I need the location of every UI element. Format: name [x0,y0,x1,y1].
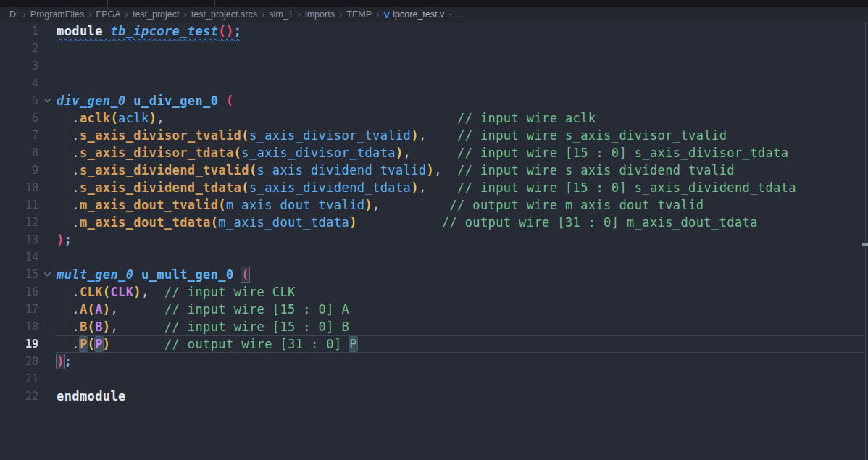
line-number[interactable]: 12 [0,214,38,231]
breadcrumb-item[interactable]: test_project [133,9,180,20]
code-token: ) [426,163,434,177]
code-token: . [57,215,80,230]
code-text[interactable]: .s_axis_divisor_tvalid(s_axis_divisor_tv… [57,127,868,144]
code-line[interactable]: 5div_gen_0 u_div_gen_0 ( [0,92,868,109]
code-line[interactable]: 10 .s_axis_dividend_tdata(s_axis_dividen… [0,179,868,196]
line-number[interactable]: 2 [0,40,38,57]
chevron-right-icon: › [23,9,26,20]
code-text[interactable]: endmodule [57,388,868,405]
code-editor[interactable]: 1module tb_ipcore_test();2345div_gen_0 u… [0,22,868,460]
code-text[interactable] [57,57,868,75]
code-text[interactable]: .m_axis_dout_tdata(m_axis_dout_tdata) //… [57,214,868,231]
fold-chevron-icon[interactable] [38,266,57,283]
line-number[interactable]: 11 [0,196,38,214]
code-token: . [57,337,80,351]
code-text[interactable]: module tb_ipcore_test(); [57,22,868,40]
breadcrumb-item[interactable]: TEMP [346,9,372,20]
line-number[interactable]: 10 [0,179,38,196]
code-text[interactable]: .B(B), // input wire [15 : 0] B [57,318,868,335]
code-text[interactable] [57,75,868,92]
code-token [234,267,242,282]
code-line[interactable]: 4 [0,75,868,92]
code-text[interactable]: .s_axis_divisor_tdata(s_axis_divisor_tda… [57,144,868,162]
scrollbar-track[interactable] [865,22,866,460]
code-token: // input wire [15 : 0] B [164,319,349,334]
line-number[interactable]: 4 [0,75,38,92]
code-text[interactable] [57,370,868,388]
code-line[interactable]: 8 .s_axis_divisor_tdata(s_axis_divisor_t… [0,144,868,162]
breadcrumb-item[interactable]: FPGA [96,9,121,20]
line-number[interactable]: 22 [0,388,38,405]
code-token: ( [88,302,96,317]
line-number[interactable]: 21 [0,370,38,388]
line-number[interactable]: 16 [0,283,38,301]
code-text[interactable]: .A(A), // input wire [15 : 0] A [57,301,868,318]
code-text[interactable]: .CLK(CLK), // input wire CLK [57,283,868,301]
line-number[interactable]: 17 [0,301,38,318]
code-token: B [95,319,103,334]
code-line[interactable]: 21 [0,370,868,388]
line-number[interactable]: 15 [0,266,38,283]
fold-gutter [38,196,57,214]
line-number[interactable]: 9 [0,162,38,179]
code-token: m_axis_dout_tdata [80,215,211,230]
code-text[interactable]: mult_gen_0 u_mult_gen_0 ( [57,266,868,283]
code-token: , [110,302,118,317]
breadcrumb-file-name[interactable]: ipcore_test.v [393,9,444,20]
line-number[interactable]: 20 [0,353,38,370]
code-text[interactable]: ); [57,231,868,248]
line-number[interactable]: 14 [0,248,38,266]
line-number[interactable]: 8 [0,144,38,162]
code-line[interactable]: 7 .s_axis_divisor_tvalid(s_axis_divisor_… [0,127,868,144]
code-line[interactable]: 20); [0,353,868,370]
line-number[interactable]: 6 [0,109,38,127]
code-token: A [95,302,103,317]
code-token: ( [241,128,249,143]
code-text[interactable] [57,248,868,266]
code-line[interactable]: 11 .m_axis_dout_tvalid(m_axis_dout_tvali… [0,196,868,214]
code-text[interactable]: div_gen_0 u_div_gen_0 ( [57,92,868,109]
code-token: // input wire [15 : 0] s_axis_divisor_td… [457,146,788,160]
code-line[interactable]: 12 .m_axis_dout_tdata(m_axis_dout_tdata)… [0,214,868,231]
breadcrumb-item[interactable]: test_project.srcs [191,9,257,20]
code-line[interactable]: 22endmodule [0,388,868,405]
code-text[interactable] [57,40,868,57]
code-text[interactable]: .P(P) // output wire [31 : 0] P [57,335,868,353]
code-line[interactable]: 2 [0,40,868,57]
code-text[interactable]: .s_axis_dividend_tvalid(s_axis_dividend_… [57,162,868,179]
code-line[interactable]: 17 .A(A), // input wire [15 : 0] A [0,301,868,318]
fold-chevron-icon[interactable] [38,92,57,109]
code-text[interactable]: .s_axis_dividend_tdata(s_axis_dividend_t… [57,179,868,196]
tab-separator [107,0,108,7]
code-token: endmodule [57,389,126,403]
breadcrumb-item[interactable]: D: [9,9,19,20]
line-number[interactable]: 3 [0,57,38,75]
code-line[interactable]: 19 .P(P) // output wire [31 : 0] P [0,335,868,353]
code-line[interactable]: 13); [0,231,868,248]
code-token [357,215,442,230]
code-line[interactable]: 1module tb_ipcore_test(); [0,22,868,40]
code-token: ) [364,198,372,212]
code-token [380,198,450,212]
breadcrumb-item[interactable]: ProgramFiles [30,9,84,20]
fold-gutter [38,231,57,248]
code-line[interactable]: 18 .B(B), // input wire [15 : 0] B [0,318,868,335]
code-line[interactable]: 6 .aclk(aclk), // input wire aclk [0,109,868,127]
code-text[interactable]: ); [57,353,868,370]
code-line[interactable]: 9 .s_axis_dividend_tvalid(s_axis_dividen… [0,162,868,179]
breadcrumb-item[interactable]: imports [305,9,335,20]
line-number[interactable]: 13 [0,231,38,248]
code-text[interactable]: .aclk(aclk), // input wire aclk [57,109,868,127]
line-number[interactable]: 18 [0,318,38,335]
code-line[interactable]: 14 [0,248,868,266]
code-line[interactable]: 3 [0,57,868,75]
breadcrumb-overflow[interactable]: ... [456,9,464,20]
code-line[interactable]: 15mult_gen_0 u_mult_gen_0 ( [0,266,868,283]
breadcrumb-item[interactable]: sim_1 [269,9,293,20]
line-number[interactable]: 7 [0,127,38,144]
line-number[interactable]: 1 [0,22,38,40]
line-number[interactable]: 5 [0,92,38,109]
code-text[interactable]: .m_axis_dout_tvalid(m_axis_dout_tvalid),… [57,196,868,214]
code-line[interactable]: 16 .CLK(CLK), // input wire CLK [0,283,868,301]
line-number[interactable]: 19 [0,335,38,353]
